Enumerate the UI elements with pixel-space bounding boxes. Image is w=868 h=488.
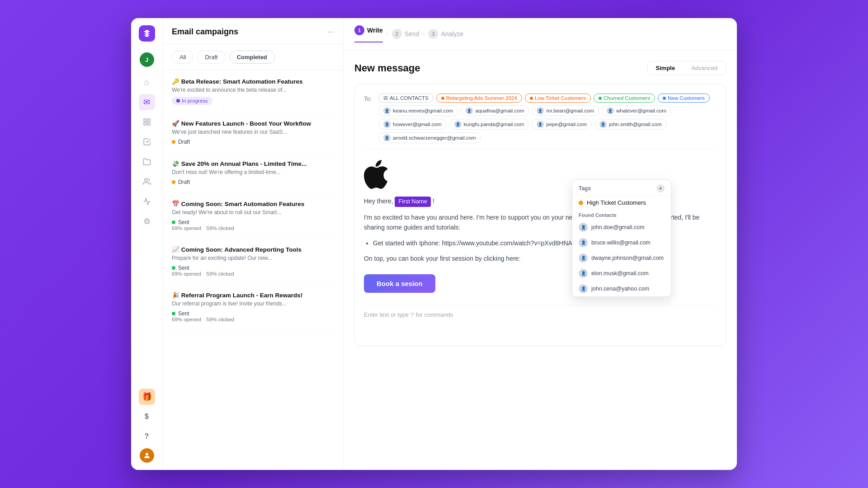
app-logo[interactable] — [139, 25, 155, 42]
email-avatar-2: 👤 — [466, 107, 473, 114]
step-arrow-2: › — [423, 31, 425, 37]
contact-avatar-5: 👤 — [579, 284, 588, 293]
campaign-item[interactable]: 🚀 New Features Launch - Boost Your Workf… — [163, 113, 343, 153]
recipient-tags: ALL CONTACTS Retargeting Ads Summer 2024… — [378, 94, 717, 143]
sidebar-item-gift[interactable]: 🎁 — [139, 389, 155, 405]
recipient-email-1[interactable]: 👤 keanu.reeves@gmail.com — [378, 105, 458, 116]
sidebar: J ⌂ ✉ ⚙ 🎁 $ ? — [131, 18, 163, 470]
campaign-preview: Don't miss out! We're offering a limited… — [172, 169, 334, 175]
filter-tab-completed[interactable]: Completed — [229, 51, 275, 64]
campaign-stats: 69% opened 59% clicked — [172, 317, 334, 322]
step-label-write: Write — [367, 27, 383, 34]
campaign-item[interactable]: 🎉 Referral Program Launch - Earn Rewards… — [163, 284, 343, 330]
contact-item-3[interactable]: 👤 dwayne.johnson@gmail.com — [572, 250, 671, 266]
step-label-analyze: Analyze — [441, 30, 463, 38]
user-avatar[interactable]: J — [140, 52, 154, 67]
tag-retargeting[interactable]: Retargeting Ads Summer 2024 — [436, 94, 522, 103]
sidebar-item-home[interactable]: ⌂ — [139, 74, 155, 90]
compose-area: New message Simple Advanced To: ALL CONT… — [344, 50, 737, 470]
sidebar-item-team[interactable] — [139, 174, 155, 190]
recipient-email-5[interactable]: 👤 however@gmail.com — [378, 119, 447, 130]
contact-avatar-1: 👤 — [579, 223, 588, 232]
campaign-item[interactable]: 🔑 Beta Release: Smart Automation Feature… — [163, 70, 343, 113]
tag-churned[interactable]: Churned Customers — [594, 94, 655, 103]
view-advanced-btn[interactable]: Advanced — [683, 61, 726, 75]
contact-item-5[interactable]: 👤 john.cena@yahoo.com — [572, 281, 671, 296]
tag-new-customers[interactable]: New Customers — [658, 94, 710, 103]
email-avatar-6: 👤 — [454, 121, 462, 128]
tag-all-contacts[interactable]: ALL CONTACTS — [378, 94, 434, 103]
contact-item-2[interactable]: 👤 bruce.willis@gmail.com — [572, 235, 671, 250]
email-avatar-1: 👤 — [383, 107, 391, 114]
step-analyze[interactable]: 3 Analyze — [428, 29, 463, 39]
to-label: To: — [364, 94, 375, 102]
email-avatar-4: 👤 — [607, 107, 614, 114]
recipient-email-9[interactable]: 👤 arnold.schwarzenegger@gmail.com — [378, 132, 481, 143]
status-badge: In progress — [172, 97, 212, 105]
campaign-status: Sent — [172, 265, 334, 271]
recipient-email-7[interactable]: 👤 pepe@gmail.com — [532, 119, 592, 130]
recipient-email-2[interactable]: 👤 aquafina@gmail.com — [461, 105, 529, 116]
cta-button[interactable]: Book a sesion — [364, 274, 435, 293]
recipient-email-4[interactable]: 👤 whatever@gmail.com — [602, 105, 671, 116]
svg-rect-0 — [144, 119, 146, 121]
sidebar-item-help[interactable]: ? — [139, 428, 155, 445]
panel-menu-dots[interactable]: ··· — [327, 27, 334, 37]
sidebar-item-tasks[interactable] — [139, 134, 155, 150]
steps-header: 1 Write › 2 Send › 3 Analyze — [344, 18, 737, 50]
to-field: To: ALL CONTACTS Retargeting Ads Summer … — [364, 94, 717, 149]
contact-item-4[interactable]: 👤 elon.musk@gmail.com — [572, 266, 671, 281]
svg-rect-8 — [384, 99, 385, 100]
sidebar-item-billing[interactable]: $ — [139, 408, 155, 425]
view-simple-btn[interactable]: Simple — [648, 61, 684, 75]
recipient-email-3[interactable]: 👤 mr.bean@gmail.com — [532, 105, 599, 116]
email-avatar-5: 👤 — [383, 121, 391, 128]
step-num-analyze: 3 — [428, 29, 438, 39]
campaign-item[interactable]: 📈 Coming Soon: Advanced Reporting Tools … — [163, 239, 343, 284]
campaign-title: 📅 Coming Soon: Smart Automation Features — [172, 200, 334, 207]
filter-tab-all[interactable]: All — [172, 51, 193, 64]
campaign-title: 🚀 New Features Launch - Boost Your Workf… — [172, 120, 334, 127]
svg-point-5 — [146, 453, 148, 455]
dropdown-header: Tags + — [572, 180, 671, 196]
user-profile-avatar[interactable] — [140, 448, 154, 463]
contact-item-1[interactable]: 👤 john.doe@gmail.com — [572, 220, 671, 235]
step-arrow-1: › — [387, 31, 388, 37]
email-avatar-7: 👤 — [537, 121, 544, 128]
tag-high-ticket[interactable]: High Ticket Customers — [572, 196, 671, 210]
tag-low-ticket[interactable]: Low Ticket Customers — [525, 94, 591, 103]
sidebar-item-files[interactable] — [139, 154, 155, 170]
campaign-list: 🔑 Beta Release: Smart Automation Feature… — [163, 70, 343, 470]
compose-panel: 1 Write › 2 Send › 3 Analyze New message… — [344, 18, 737, 470]
sidebar-item-contacts[interactable] — [139, 114, 155, 130]
step-send[interactable]: 2 Send — [392, 29, 420, 39]
campaign-preview: Our referral program is live! Invite you… — [172, 300, 334, 307]
sidebar-item-email[interactable]: ✉ — [139, 94, 155, 110]
step-label-send: Send — [405, 30, 420, 38]
campaign-preview: Prepare for an exciting update! Our new.… — [172, 255, 334, 261]
campaign-item[interactable]: 💸 Save 20% on Annual Plans - Limited Tim… — [163, 153, 343, 193]
campaign-title: 📈 Coming Soon: Advanced Reporting Tools — [172, 246, 334, 253]
email-avatar-3: 👤 — [537, 107, 544, 114]
tags-label: Tags — [579, 185, 591, 192]
panel-header: Email campaigns ··· — [163, 18, 343, 44]
filter-tab-draft[interactable]: Draft — [197, 51, 225, 64]
svg-rect-1 — [147, 119, 150, 121]
recipient-email-8[interactable]: 👤 john.smith@gmail.com — [594, 119, 667, 130]
add-tag-button[interactable]: + — [656, 184, 665, 192]
first-name-tag: First Name — [395, 197, 431, 207]
found-contacts-label: Found Contacts — [572, 210, 671, 220]
step-write[interactable]: 1 Write — [354, 25, 383, 42]
campaign-preview: We're excited to announce the beta relea… — [172, 87, 334, 93]
editor-placeholder[interactable]: Enter text or type '/' for commands — [364, 305, 717, 318]
campaign-preview: Get ready! We're about to roll out our S… — [172, 209, 334, 216]
campaign-title: 🎉 Referral Program Launch - Earn Rewards… — [172, 291, 334, 299]
sidebar-item-reports[interactable] — [139, 193, 155, 210]
email-avatar-9: 👤 — [383, 134, 391, 141]
campaign-item[interactable]: 📅 Coming Soon: Smart Automation Features… — [163, 193, 343, 239]
step-num-write: 1 — [354, 25, 364, 35]
recipient-email-6[interactable]: 👤 kungfu.panda@gmail.com — [449, 119, 529, 130]
view-toggle: Simple Advanced — [647, 61, 726, 75]
campaign-status: Draft — [172, 139, 334, 145]
sidebar-item-settings[interactable]: ⚙ — [139, 213, 155, 230]
